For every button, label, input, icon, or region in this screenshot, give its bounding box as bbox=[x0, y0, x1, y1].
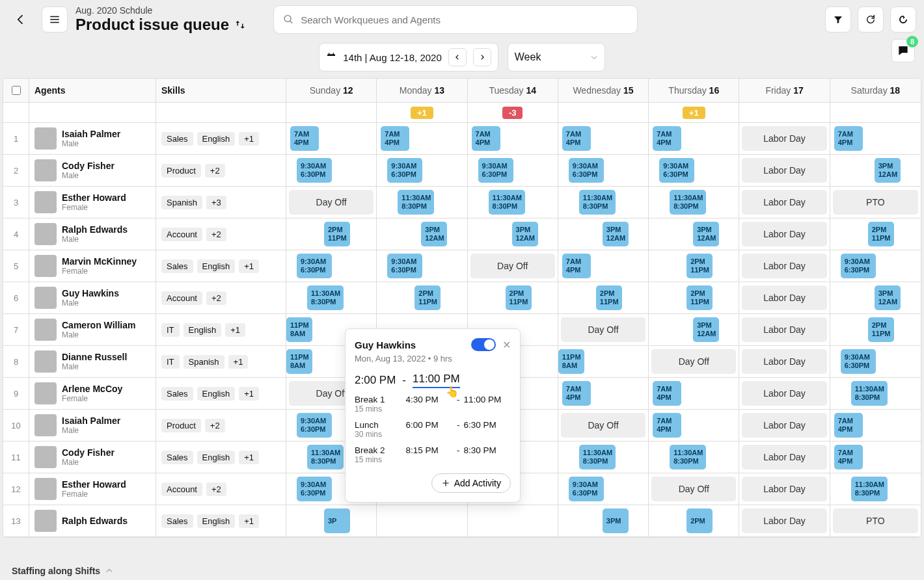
day-cell[interactable]: Day Off bbox=[558, 314, 649, 345]
holiday-block[interactable]: Labor Day bbox=[742, 254, 826, 278]
break-to[interactable]: 6:30 PM bbox=[464, 420, 511, 430]
shift-block[interactable]: 2PM11PM bbox=[868, 222, 894, 246]
shift-block[interactable]: 11:30AM8:30PM bbox=[670, 190, 706, 215]
day-cell[interactable]: 9:30AM6:30PM bbox=[558, 473, 649, 505]
break-to[interactable]: 11:00 PM bbox=[464, 395, 511, 404]
shift-block[interactable]: 9:30AM6:30PM bbox=[841, 349, 876, 374]
day-cell[interactable]: Labor Day bbox=[739, 314, 830, 345]
holiday-block[interactable]: Labor Day bbox=[742, 477, 826, 501]
break-to[interactable]: 8:30 PM bbox=[464, 445, 511, 455]
shift-block[interactable]: 3PM12AM bbox=[693, 317, 719, 342]
shift-block[interactable]: 7AM4PM bbox=[472, 126, 500, 151]
dayoff-block[interactable]: Day Off bbox=[561, 317, 645, 342]
shift-block[interactable]: 9:30AM6:30PM bbox=[569, 477, 604, 501]
day-cell[interactable]: 11:30AM8:30PM bbox=[649, 442, 739, 473]
popover-close[interactable]: ✕ bbox=[502, 339, 511, 351]
break-from[interactable]: 6:00 PM bbox=[406, 420, 454, 430]
day-cell[interactable]: 2PM11PM bbox=[830, 314, 921, 345]
shift-block[interactable]: 2PM11PM bbox=[324, 222, 350, 246]
shift-block[interactable]: 7AM4PM bbox=[834, 413, 863, 438]
day-cell[interactable]: Labor Day bbox=[739, 123, 830, 154]
day-cell[interactable]: 9:30AM6:30PM bbox=[286, 250, 377, 282]
select-all-checkbox[interactable] bbox=[12, 86, 21, 95]
day-cell[interactable]: Labor Day bbox=[739, 250, 830, 282]
shift-block[interactable]: 7AM4PM bbox=[381, 126, 409, 151]
day-cell[interactable]: 9:30AM6:30PM bbox=[558, 155, 649, 186]
holiday-block[interactable]: Labor Day bbox=[742, 445, 826, 469]
day-cell[interactable]: 3PM12AM bbox=[830, 155, 921, 186]
shift-block[interactable]: 9:30AM6:30PM bbox=[297, 158, 332, 183]
shift-block[interactable]: 3P bbox=[324, 508, 350, 533]
shift-block[interactable]: 3PM bbox=[603, 508, 629, 533]
shift-block[interactable]: 3PM12AM bbox=[875, 285, 901, 310]
day-cell[interactable]: 11:30AM8:30PM bbox=[286, 282, 377, 313]
day-cell[interactable]: 11:30AM8:30PM bbox=[830, 378, 921, 409]
dayoff-block[interactable]: Day Off bbox=[651, 349, 736, 374]
shift-toggle[interactable] bbox=[471, 338, 496, 351]
holiday-block[interactable]: Labor Day bbox=[742, 317, 826, 342]
search-input[interactable] bbox=[301, 14, 628, 25]
day-cell[interactable]: 11PM8AM bbox=[558, 346, 649, 377]
shift-block[interactable]: 9:30AM6:30PM bbox=[297, 477, 332, 501]
agent-cell[interactable]: Dianne RussellMale bbox=[29, 346, 156, 377]
shift-block[interactable]: 7AM4PM bbox=[653, 413, 681, 438]
day-cell[interactable]: Labor Day bbox=[739, 473, 830, 505]
day-cell[interactable]: 9:30AM6:30PM bbox=[830, 250, 921, 282]
date-picker[interactable]: 14th | Aug 12-18, 2020 bbox=[319, 43, 498, 72]
day-cell[interactable]: 3PM12AM bbox=[830, 282, 921, 313]
day-cell[interactable]: 9:30AM6:30PM bbox=[830, 346, 921, 377]
day-cell[interactable]: 2PM11PM bbox=[649, 250, 739, 282]
holiday-block[interactable]: Labor Day bbox=[742, 126, 826, 151]
agent-cell[interactable]: Ralph EdwardsMale bbox=[29, 218, 156, 250]
day-cell[interactable]: 3PM12AM bbox=[649, 218, 739, 250]
day-cell[interactable]: 2PM11PM bbox=[377, 282, 467, 313]
shift-block[interactable]: 7AM4PM bbox=[834, 126, 863, 151]
messages-button[interactable]: 8 bbox=[891, 39, 915, 62]
holiday-block[interactable]: Labor Day bbox=[742, 413, 826, 438]
day-cell[interactable]: 7AM4PM bbox=[649, 410, 739, 441]
day-cell[interactable]: 7AM4PM bbox=[468, 123, 558, 154]
shift-block[interactable]: 3PM12AM bbox=[421, 222, 447, 246]
holiday-block[interactable]: Labor Day bbox=[742, 285, 826, 310]
prev-week-button[interactable] bbox=[448, 48, 467, 66]
day-cell[interactable]: 7AM4PM bbox=[558, 250, 649, 282]
day-cell[interactable]: 11:30AM8:30PM bbox=[649, 187, 739, 218]
day-cell[interactable]: 7AM4PM bbox=[830, 410, 921, 441]
day-cell[interactable]: 2PM11PM bbox=[286, 218, 377, 250]
agent-cell[interactable]: Cody FisherMale bbox=[29, 155, 156, 186]
holiday-block[interactable]: Labor Day bbox=[742, 158, 826, 183]
day-cell[interactable]: Labor Day bbox=[739, 155, 830, 186]
shift-block[interactable]: 2PM bbox=[686, 508, 713, 533]
day-cell[interactable] bbox=[468, 505, 558, 536]
break-from[interactable]: 8:15 PM bbox=[406, 445, 454, 455]
day-cell[interactable]: 11:30AM8:30PM bbox=[468, 187, 558, 218]
shift-block[interactable]: 2PM11PM bbox=[686, 254, 713, 278]
shift-block[interactable]: 9:30AM6:30PM bbox=[569, 158, 604, 183]
day-cell[interactable]: Day Off bbox=[649, 346, 739, 377]
day-cell[interactable]: PTO bbox=[830, 505, 921, 536]
day-cell[interactable]: 7AM4PM bbox=[558, 123, 649, 154]
shift-block[interactable]: 11:30AM8:30PM bbox=[398, 190, 434, 215]
day-cell[interactable]: 2PM11PM bbox=[830, 218, 921, 250]
shift-block[interactable]: 9:30AM6:30PM bbox=[387, 254, 422, 278]
shift-block[interactable]: 3PM12AM bbox=[693, 222, 719, 246]
shift-block[interactable]: 2PM11PM bbox=[686, 285, 713, 310]
dayoff-block[interactable]: Day Off bbox=[289, 190, 374, 215]
agent-cell[interactable]: Ralph Edwards bbox=[29, 505, 156, 536]
shift-block[interactable]: 3PM12AM bbox=[512, 222, 538, 246]
day-cell[interactable]: 9:30AM6:30PM bbox=[286, 155, 377, 186]
day-cell[interactable]: 9:30AM6:30PM bbox=[468, 155, 558, 186]
day-cell[interactable]: PTO bbox=[830, 187, 921, 218]
holiday-block[interactable]: Labor Day bbox=[742, 349, 826, 374]
day-cell[interactable]: 9:30AM6:30PM bbox=[377, 250, 467, 282]
day-cell[interactable]: Labor Day bbox=[739, 378, 830, 409]
holiday-block[interactable]: PTO bbox=[833, 190, 918, 215]
next-week-button[interactable] bbox=[473, 48, 491, 66]
shift-block[interactable]: 2PM11PM bbox=[506, 285, 532, 310]
agent-cell[interactable]: Cameron WilliamMale bbox=[29, 314, 156, 345]
day-cell[interactable]: 7AM4PM bbox=[649, 378, 739, 409]
dayoff-block[interactable]: Day Off bbox=[561, 413, 645, 438]
day-cell[interactable]: Day Off bbox=[558, 410, 649, 441]
shift-block[interactable]: 7AM4PM bbox=[653, 126, 681, 151]
day-cell[interactable]: 7AM4PM bbox=[558, 378, 649, 409]
